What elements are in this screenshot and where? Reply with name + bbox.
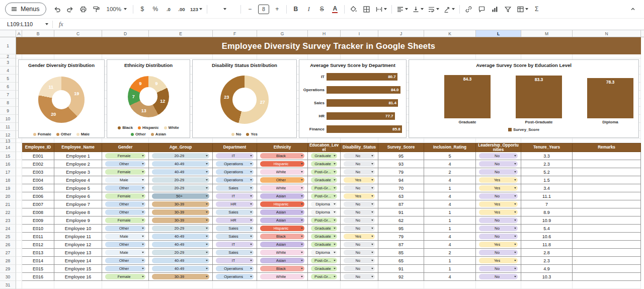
cell-J30[interactable]: 92 bbox=[378, 273, 424, 281]
dropdown-chip-ethnicity[interactable]: Black bbox=[260, 153, 304, 159]
cell-E25[interactable]: 40-49 bbox=[149, 233, 213, 241]
dropdown-chip-ethnicity[interactable]: Hispanic bbox=[260, 226, 304, 231]
dropdown-chip-gender[interactable]: Other bbox=[105, 258, 145, 263]
cell-M22[interactable]: 8.9 bbox=[521, 208, 573, 216]
cell-G22[interactable]: Asian bbox=[257, 208, 308, 216]
cell-M21[interactable]: 7 bbox=[521, 200, 573, 208]
insert-chart-button[interactable] bbox=[489, 3, 501, 15]
cell-H13[interactable] bbox=[308, 139, 341, 143]
dropdown-chip-leadership_opportunities[interactable]: Yes bbox=[479, 185, 518, 191]
cell-H21[interactable]: Diploma bbox=[308, 200, 341, 208]
cell-A20[interactable] bbox=[16, 192, 22, 200]
undo-button[interactable] bbox=[51, 3, 63, 15]
cell-L26[interactable]: Yes bbox=[476, 241, 521, 249]
cell-L23[interactable]: No bbox=[476, 216, 521, 225]
cell-I31[interactable] bbox=[341, 281, 378, 289]
dropdown-chip-age_group[interactable]: 20-29 bbox=[152, 250, 209, 255]
cell-D18[interactable]: Male bbox=[102, 176, 149, 184]
fill-color-button[interactable] bbox=[348, 3, 360, 15]
borders-button[interactable] bbox=[361, 3, 373, 15]
bold-button[interactable]: B bbox=[290, 3, 302, 15]
cell-L29[interactable]: No bbox=[476, 265, 521, 273]
dropdown-chip-department[interactable]: IT bbox=[216, 258, 254, 263]
cell-K22[interactable]: 1 bbox=[424, 208, 476, 216]
dropdown-chip-gender[interactable]: Female bbox=[105, 193, 145, 199]
text-wrap-button[interactable] bbox=[426, 3, 441, 15]
cell-K20[interactable]: 4 bbox=[424, 192, 476, 200]
column-header-I[interactable]: I bbox=[341, 30, 378, 37]
cell-B19[interactable]: E005 bbox=[22, 184, 54, 192]
cell-C21[interactable]: Employee 7 bbox=[54, 200, 102, 208]
dropdown-chip-disability_status[interactable]: No bbox=[344, 153, 375, 159]
dropdown-chip-disability_status[interactable]: No bbox=[344, 226, 375, 231]
cell-N31[interactable] bbox=[573, 281, 641, 289]
cell-G13[interactable] bbox=[257, 139, 308, 143]
cell-I18[interactable]: Yes bbox=[341, 176, 378, 184]
dropdown-chip-leadership_opportunities[interactable]: No bbox=[479, 274, 518, 279]
cell-H16[interactable]: Graduate bbox=[308, 160, 341, 168]
dropdown-chip-department[interactable]: Sales bbox=[216, 250, 254, 255]
cell-G20[interactable]: Asian bbox=[257, 192, 308, 200]
cell-B25[interactable]: E011 bbox=[22, 233, 54, 241]
dropdown-chip-gender[interactable]: Male bbox=[105, 250, 145, 255]
cell-G19[interactable]: White bbox=[257, 184, 308, 192]
cell-C13[interactable] bbox=[54, 139, 102, 143]
cell-C31[interactable] bbox=[54, 281, 102, 289]
dropdown-chip-disability_status[interactable]: No bbox=[344, 201, 375, 207]
cell-L18[interactable]: Yes bbox=[476, 176, 521, 184]
cell-N2[interactable] bbox=[573, 54, 641, 58]
dropdown-chip-education_level[interactable]: Post-Gr... bbox=[311, 274, 337, 279]
cell-M23[interactable]: 10.9 bbox=[521, 216, 573, 225]
row-header-13[interactable]: 13 bbox=[0, 139, 16, 143]
cell-H20[interactable]: Post-Gr... bbox=[308, 192, 341, 200]
cell-G29[interactable]: Black bbox=[257, 265, 308, 273]
cell-J29[interactable]: 91 bbox=[378, 265, 424, 273]
cell-K25[interactable]: 4 bbox=[424, 233, 476, 241]
dropdown-chip-age_group[interactable]: 40-49 bbox=[152, 258, 209, 263]
font-family-select[interactable] bbox=[210, 3, 237, 15]
cell-H17[interactable]: Post-Gr... bbox=[308, 168, 341, 176]
row-header-6[interactable]: 6 bbox=[0, 83, 16, 91]
cell-K27[interactable]: 2 bbox=[424, 249, 476, 257]
cell-B28[interactable]: E014 bbox=[22, 257, 54, 265]
cell-E22[interactable]: 30-39 bbox=[149, 208, 213, 216]
header-cell-Tenure_Years[interactable]: Tenure_Years bbox=[521, 143, 573, 152]
cell-N13[interactable] bbox=[573, 139, 641, 143]
cell-L25[interactable]: No bbox=[476, 233, 521, 241]
cell-C24[interactable]: Employee 10 bbox=[54, 225, 102, 233]
dropdown-chip-department[interactable]: Sales bbox=[216, 185, 254, 191]
dropdown-chip-leadership_opportunities[interactable]: Yes bbox=[479, 242, 518, 247]
cell-E27[interactable]: 20-29 bbox=[149, 249, 213, 257]
cell-E18[interactable]: 20-29 bbox=[149, 176, 213, 184]
collapse-toolbar-button[interactable] bbox=[627, 3, 639, 15]
dropdown-chip-gender[interactable]: Female bbox=[105, 169, 145, 175]
cell-N26[interactable] bbox=[573, 241, 641, 249]
cell-H26[interactable]: Graduate bbox=[308, 241, 341, 249]
cell-H25[interactable]: Graduate bbox=[308, 233, 341, 241]
dropdown-chip-department[interactable]: Operations bbox=[216, 161, 254, 167]
cell-L22[interactable]: Yes bbox=[476, 208, 521, 216]
ethnicity-chart[interactable]: Ethnicity Distribution9121379BlackHispan… bbox=[107, 59, 190, 138]
cell-D13[interactable] bbox=[102, 139, 149, 143]
cell-F27[interactable]: Sales bbox=[213, 249, 257, 257]
cell-J13[interactable] bbox=[378, 139, 424, 143]
cell-G16[interactable]: Hispanic bbox=[257, 160, 308, 168]
italic-button[interactable]: I bbox=[303, 3, 315, 15]
row-header-21[interactable]: 21 bbox=[0, 200, 16, 208]
cell-B23[interactable]: E009 bbox=[22, 216, 54, 225]
cell-F31[interactable] bbox=[213, 281, 257, 289]
cell-L15[interactable]: No bbox=[476, 152, 521, 160]
dropdown-chip-disability_status[interactable]: Yes bbox=[344, 177, 375, 183]
row-header-15[interactable]: 15 bbox=[0, 152, 16, 160]
dropdown-chip-age_group[interactable]: 30-39 bbox=[152, 209, 209, 215]
dropdown-chip-disability_status[interactable]: No bbox=[344, 185, 375, 191]
cell-E26[interactable]: 40-49 bbox=[149, 241, 213, 249]
cell-B2[interactable] bbox=[22, 54, 54, 58]
dropdown-chip-leadership_opportunities[interactable]: No bbox=[479, 234, 518, 239]
cell-N23[interactable] bbox=[573, 216, 641, 225]
header-cell-Department[interactable]: Department bbox=[213, 143, 257, 152]
cell-K28[interactable]: 1 bbox=[424, 257, 476, 265]
cell-I2[interactable] bbox=[341, 54, 378, 58]
column-header-D[interactable]: D bbox=[102, 30, 149, 37]
cell-I28[interactable]: No bbox=[341, 257, 378, 265]
